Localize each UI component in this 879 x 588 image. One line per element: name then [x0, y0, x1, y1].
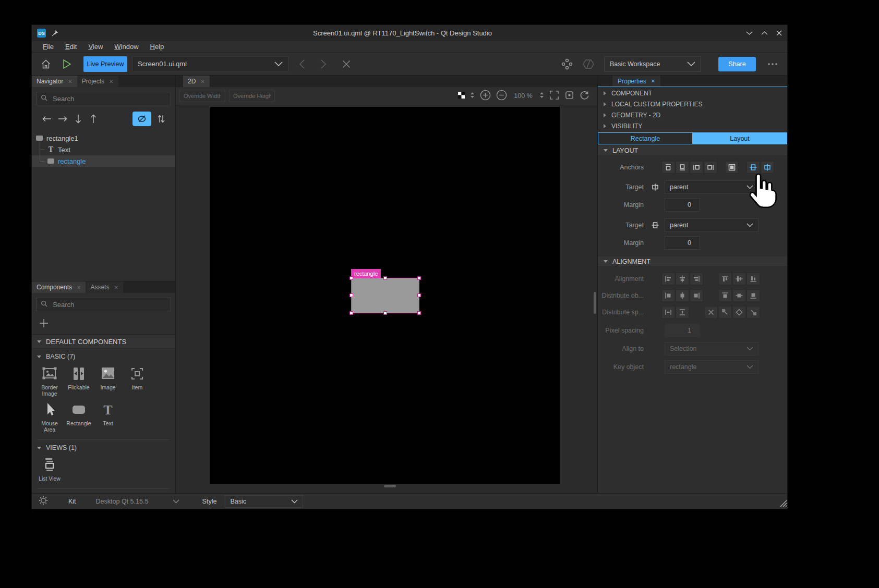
close-tab-icon[interactable]: ✕	[651, 78, 655, 84]
background-spinner-icon[interactable]	[470, 91, 475, 101]
component-mouse-area[interactable]: Mouse Area	[35, 402, 64, 433]
margin-vertical-input[interactable]	[665, 236, 700, 250]
tab-assets[interactable]: Assets ✕	[86, 281, 123, 293]
resize-handle-n[interactable]	[383, 276, 387, 280]
resize-handle-w[interactable]	[350, 293, 353, 297]
move-left-icon[interactable]	[39, 116, 55, 122]
margin-horizontal-input[interactable]	[665, 198, 700, 212]
section-basic[interactable]: BASIC (7)	[32, 349, 175, 362]
target-vertical-select[interactable]: parent	[665, 218, 758, 232]
open-file-selector[interactable]: Screen01.ui.qml	[132, 56, 288, 72]
section-local-custom-properties[interactable]: LOCAL CUSTOM PROPERTIES	[598, 99, 787, 109]
distribute-horizontal-center-button[interactable]	[676, 289, 689, 302]
add-module-icon[interactable]	[39, 321, 49, 329]
section-component[interactable]: COMPONENT	[598, 88, 787, 98]
align-to-select[interactable]: Selection	[665, 342, 758, 356]
distribute-spacing-horizontal-button[interactable]	[661, 306, 675, 318]
resize-handle-s[interactable]	[383, 311, 387, 315]
menu-file[interactable]: File	[37, 42, 59, 52]
align-left-button[interactable]	[661, 273, 675, 285]
align-horizontal-center-button[interactable]	[676, 273, 689, 285]
close-tab-icon[interactable]: ✕	[200, 79, 204, 84]
subtab-rectangle[interactable]: Rectangle	[598, 133, 693, 144]
anchor-fill-button[interactable]	[725, 161, 739, 174]
selected-rectangle[interactable]	[351, 278, 419, 313]
move-down-icon[interactable]	[70, 114, 86, 124]
components-search-input[interactable]	[52, 300, 166, 309]
run-project-icon[interactable]	[61, 58, 73, 70]
component-text[interactable]: T Text	[93, 402, 123, 433]
tab-projects[interactable]: Projects ✕	[77, 76, 118, 87]
distribute-left-button[interactable]	[661, 289, 675, 302]
resize-handle-sw[interactable]	[350, 311, 353, 315]
live-preview-button[interactable]: Live Preview	[83, 56, 127, 72]
align-vertical-center-button[interactable]	[732, 273, 746, 285]
shade-icon[interactable]	[746, 31, 753, 35]
component-list-view[interactable]: List View	[35, 457, 64, 482]
resize-handle-e[interactable]	[417, 293, 421, 297]
show-only-visible-toggle[interactable]	[133, 112, 151, 126]
fit-screen-icon[interactable]	[549, 90, 559, 102]
style-selector[interactable]: Basic	[225, 495, 303, 508]
align-top-button[interactable]	[718, 273, 732, 285]
horizontal-scrollbar[interactable]	[384, 485, 396, 487]
distribute-right-button[interactable]	[690, 289, 703, 302]
distribute-origin-bottomright-button[interactable]	[746, 306, 760, 318]
section-views[interactable]: VIEWS (1)	[32, 440, 175, 454]
menu-window[interactable]: Window	[109, 42, 144, 52]
distribute-bottom-button[interactable]	[746, 289, 760, 302]
tab-navigator[interactable]: Navigator ✕	[32, 76, 77, 87]
unshade-icon[interactable]	[761, 31, 768, 35]
forward-icon[interactable]	[320, 59, 327, 69]
distribute-origin-center-button[interactable]	[732, 306, 746, 318]
menu-help[interactable]: Help	[145, 42, 170, 52]
pin-icon[interactable]	[51, 29, 59, 37]
zoom-out-icon[interactable]	[496, 90, 507, 103]
kit-selector[interactable]: Desktop Qt 5.15.5	[96, 498, 179, 505]
resize-grip[interactable]	[779, 499, 787, 508]
menu-edit[interactable]: Edit	[59, 42, 82, 52]
tab-components[interactable]: Components ✕	[32, 281, 86, 293]
override-height-input[interactable]	[229, 90, 275, 102]
align-bottom-button[interactable]	[746, 273, 760, 285]
close-tab-icon[interactable]: ✕	[109, 79, 113, 84]
canvas-viewport[interactable]: rectangle	[176, 105, 597, 493]
section-alignment-header[interactable]: ALIGNMENT	[598, 256, 787, 267]
distribute-origin-none-button[interactable]	[704, 306, 718, 318]
pixel-spacing-input[interactable]	[665, 324, 700, 337]
back-icon[interactable]	[299, 59, 305, 69]
component-border-image[interactable]: Border Image	[35, 366, 64, 397]
refresh-icon[interactable]	[580, 90, 589, 102]
tab-2d[interactable]: 2D ✕	[183, 76, 210, 87]
background-color-icon[interactable]	[458, 91, 465, 101]
tree-item-text[interactable]: T Text	[32, 144, 175, 155]
anchor-top-button[interactable]	[661, 161, 675, 174]
reset-view-icon[interactable]	[564, 90, 574, 102]
distribute-origin-topleft-button[interactable]	[718, 306, 732, 318]
share-button[interactable]: Share	[718, 57, 756, 71]
resize-handle-se[interactable]	[417, 311, 421, 315]
resize-handle-ne[interactable]	[417, 276, 421, 280]
anchor-right-button[interactable]	[704, 161, 717, 174]
close-window-icon[interactable]	[776, 30, 782, 36]
component-rectangle[interactable]: Rectangle	[64, 402, 93, 433]
target-horizontal-select[interactable]: parent	[665, 180, 758, 194]
component-item[interactable]: Item	[123, 366, 152, 397]
section-default-components[interactable]: DEFAULT COMPONENTS	[32, 335, 175, 349]
annotations-icon[interactable]	[561, 58, 573, 70]
workspace-selector[interactable]: Basic Workspace	[604, 56, 701, 72]
section-geometry-2d[interactable]: GEOMETRY - 2D	[598, 110, 787, 120]
move-right-icon[interactable]	[55, 116, 70, 122]
align-right-button[interactable]	[690, 273, 703, 285]
zoom-spinner-icon[interactable]	[539, 91, 544, 101]
resize-handle-nw[interactable]	[350, 276, 353, 280]
menu-view[interactable]: View	[82, 42, 109, 52]
section-visibility[interactable]: VISIBILITY	[598, 121, 787, 131]
reverse-order-icon[interactable]	[153, 114, 169, 124]
key-object-select[interactable]: rectangle	[665, 360, 758, 374]
tree-item-rectangle[interactable]: rectangle	[32, 155, 175, 167]
vertical-scrollbar[interactable]	[594, 292, 596, 314]
close-tab-icon[interactable]: ✕	[68, 79, 72, 84]
section-layout-header[interactable]: LAYOUT	[598, 145, 787, 156]
component-image[interactable]: Image	[93, 366, 123, 397]
